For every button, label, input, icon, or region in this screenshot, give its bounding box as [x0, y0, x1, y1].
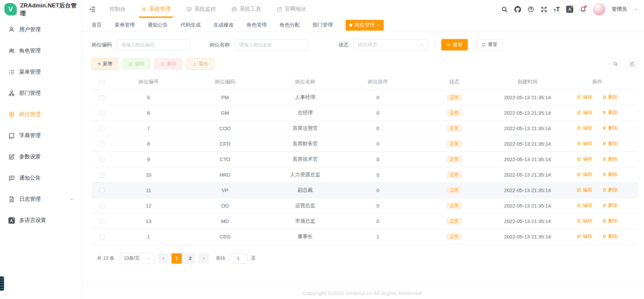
tab[interactable]: 首页 ×: [92, 20, 102, 31]
status-select[interactable]: 岗位状态: [354, 39, 428, 50]
row-delete-button[interactable]: 删除: [602, 156, 618, 162]
row-edit-button[interactable]: 编辑: [577, 233, 592, 239]
sidebar-item-dictionary[interactable]: 字典管理: [0, 125, 82, 146]
row-checkbox[interactable]: [99, 111, 104, 116]
app-logo[interactable]: V ZRAdmin.NET后台管理: [0, 0, 82, 18]
next-page-button[interactable]: [198, 253, 209, 264]
row-edit-button[interactable]: 编辑: [577, 156, 592, 162]
row-delete-button[interactable]: 删除: [602, 172, 618, 178]
row-checkbox[interactable]: [99, 188, 104, 193]
nav-item-system-tools[interactable]: 系统工具: [231, 0, 261, 18]
tab[interactable]: 角色管理 ×: [247, 20, 267, 31]
row-checkbox[interactable]: [99, 95, 104, 100]
cell-post-code: CEO: [185, 229, 265, 244]
sidebar-item-posts[interactable]: 岗位管理: [0, 104, 82, 125]
page-number-button[interactable]: 1: [171, 253, 182, 264]
table-header-row: 岗位编号 岗位编码 岗位名称 岗位排序 状态 创建时间 操作: [92, 75, 638, 89]
row-delete-button[interactable]: 删除: [602, 94, 618, 100]
nav-item-website[interactable]: 官网地址: [277, 0, 306, 18]
cell-post-id: 11: [112, 182, 185, 198]
select-all-checkbox[interactable]: [99, 80, 104, 85]
goto-page-input[interactable]: [229, 253, 248, 264]
row-checkbox[interactable]: [99, 219, 104, 224]
sidebar-item-departments[interactable]: 部门管理: [0, 83, 82, 104]
row-edit-button[interactable]: 编辑: [577, 110, 592, 116]
help-icon[interactable]: [527, 6, 534, 13]
row-checkbox[interactable]: [99, 203, 104, 209]
row-delete-button[interactable]: 删除: [602, 141, 618, 147]
cell-created-time: 2022-05-13 21:35:14: [498, 89, 556, 105]
bell-icon[interactable]: [580, 6, 586, 13]
cell-post-code: HRD: [185, 167, 265, 182]
row-checkbox[interactable]: [99, 142, 104, 147]
tab-label: 生成修改: [214, 22, 234, 28]
toolbox-icon: [231, 6, 237, 12]
export-button[interactable]: 导出: [186, 58, 214, 70]
cell-post-name: 董事长: [265, 229, 346, 244]
row-delete-button[interactable]: 删除: [602, 110, 618, 116]
search-button[interactable]: 搜索: [441, 39, 468, 50]
sidebar-item-logs[interactable]: 日志管理: [0, 189, 82, 210]
sidebar-item-menus[interactable]: 菜单管理: [0, 62, 82, 83]
app-root: V ZRAdmin.NET后台管理 用户管理 角色管理 菜单管理: [0, 0, 644, 299]
edit-icon: [577, 172, 581, 177]
column-header-name: 岗位名称: [265, 75, 346, 89]
sidebar-item-parameters[interactable]: 参数设置: [0, 146, 82, 167]
font-size-icon[interactable]: TT: [554, 6, 560, 12]
page-number-button[interactable]: 2: [185, 253, 195, 264]
sidebar-fold-button[interactable]: [89, 6, 96, 13]
row-edit-button[interactable]: 编辑: [577, 218, 592, 224]
post-code-input[interactable]: [117, 39, 190, 50]
github-icon[interactable]: [514, 6, 521, 13]
row-edit-button[interactable]: 编辑: [577, 202, 592, 209]
fullscreen-icon[interactable]: [541, 6, 547, 13]
post-name-input[interactable]: [235, 39, 308, 50]
row-delete-button[interactable]: 删除: [602, 233, 618, 239]
add-button[interactable]: + 新增: [92, 58, 118, 70]
row-edit-button[interactable]: 编辑: [577, 125, 592, 131]
tab[interactable]: 角色分配 ×: [280, 20, 300, 31]
language-switch-icon[interactable]: Ax: [566, 6, 573, 13]
user-name[interactable]: 管理员: [612, 6, 627, 12]
tab[interactable]: 代码生成 ×: [181, 20, 201, 31]
tab[interactable]: 通知公告 ×: [148, 20, 168, 31]
row-delete-button[interactable]: 删除: [602, 187, 618, 193]
row-edit-button[interactable]: 编辑: [577, 172, 592, 178]
tab[interactable]: 菜单管理 ×: [115, 20, 135, 31]
sidebar-item-notices[interactable]: 通知公告: [0, 167, 82, 189]
row-edit-button[interactable]: 编辑: [577, 141, 592, 147]
nav-item-system-monitor[interactable]: 系统监控: [186, 0, 216, 18]
search-icon[interactable]: [501, 6, 508, 13]
refresh-icon: [630, 62, 635, 67]
row-checkbox[interactable]: [99, 234, 104, 239]
avatar[interactable]: [593, 3, 605, 15]
row-edit-button[interactable]: 编辑: [577, 94, 592, 100]
nav-item-console[interactable]: 控制台: [109, 0, 126, 18]
row-delete-button[interactable]: 删除: [602, 125, 618, 131]
tab[interactable]: 岗位管理 ×: [346, 20, 384, 31]
chevron-down-icon[interactable]: [633, 7, 638, 12]
cell-post-sort: 0: [346, 182, 410, 198]
row-delete-button[interactable]: 删除: [602, 202, 618, 209]
sidebar-item-roles[interactable]: 角色管理: [0, 40, 82, 62]
row-checkbox[interactable]: [99, 157, 104, 162]
tab[interactable]: 生成修改 ×: [214, 20, 234, 31]
row-checkbox[interactable]: [99, 173, 104, 178]
tab-close-icon[interactable]: ×: [377, 23, 380, 28]
row-delete-button[interactable]: 删除: [602, 218, 618, 224]
list-icon: [8, 69, 15, 76]
refresh-button[interactable]: [626, 58, 638, 70]
delete-button[interactable]: 删除: [154, 58, 182, 70]
sidebar-item-languages[interactable]: Ax 多语言设置: [0, 210, 82, 231]
row-edit-button[interactable]: 编辑: [577, 187, 592, 193]
tab[interactable]: 部门管理 ×: [313, 20, 333, 31]
nav-item-system-mgmt[interactable]: 系统管理: [141, 0, 171, 18]
edit-button[interactable]: 编辑: [122, 58, 150, 70]
page-size-select[interactable]: 10条/页: [120, 253, 155, 264]
sidebar-item-users[interactable]: 用户管理: [0, 19, 82, 40]
show-search-button[interactable]: [610, 58, 621, 70]
row-checkbox[interactable]: [99, 126, 104, 131]
reset-button[interactable]: 重置: [476, 39, 503, 50]
status-badge: 正常: [447, 125, 462, 132]
prev-page-button[interactable]: [158, 253, 168, 264]
